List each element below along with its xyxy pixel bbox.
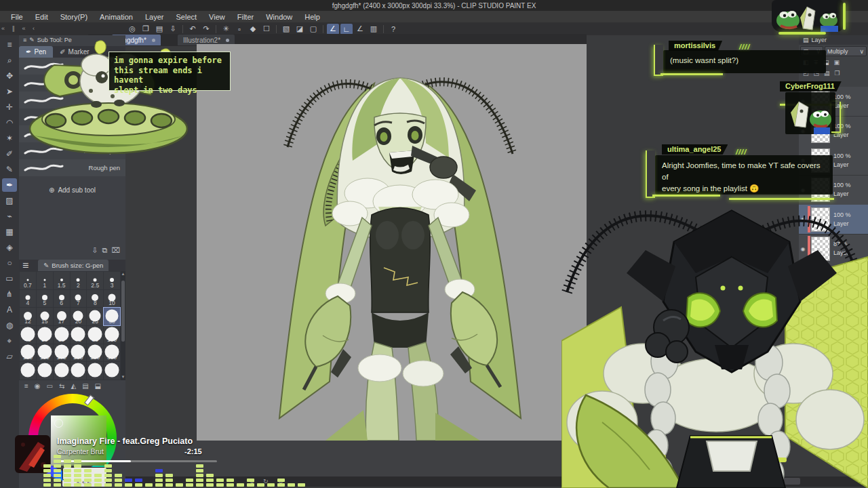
brush-size-cell[interactable]: 2 (71, 272, 87, 289)
brush-size-cell[interactable]: 0.7 (20, 272, 36, 289)
menu-item-file[interactable]: File (5, 12, 28, 22)
balloon-tool-icon[interactable]: ◍ (2, 319, 17, 332)
sv-selector[interactable] (54, 419, 63, 428)
brush-size-cell[interactable]: 80 (87, 326, 103, 344)
scroll-down-icon[interactable]: ▼ (121, 374, 125, 380)
fill-icon[interactable]: ◆ (247, 24, 259, 35)
menu-item-edit[interactable]: Edit (30, 12, 54, 22)
operation-tool-icon[interactable]: ➤ (2, 85, 17, 98)
redo-icon[interactable]: ↷ (200, 24, 212, 35)
auto-select-icon[interactable]: ✶ (2, 131, 17, 145)
gradient-tool-icon[interactable]: ▨ (2, 194, 17, 207)
eyedropper-icon[interactable]: ✐ (2, 147, 17, 161)
hue-selector[interactable] (84, 394, 94, 405)
delete-subtool-icon[interactable]: ⌧ (111, 246, 120, 257)
tone-icon[interactable]: ▢ (307, 24, 319, 35)
lock-alpha-icon[interactable]: ▣ (834, 59, 840, 66)
help-icon[interactable]: ? (387, 24, 399, 35)
brush-size-cell[interactable]: 120 (20, 344, 36, 362)
brush-size-cell[interactable]: 300 (104, 344, 120, 362)
brush-size-cell[interactable]: 60 (54, 326, 70, 344)
menu-item-view[interactable]: View (203, 12, 231, 22)
select-area-icon[interactable]: ▧ (280, 24, 292, 35)
move-layer-icon[interactable]: ✛ (2, 100, 17, 114)
brush-size-cell[interactable]: 170 (54, 344, 70, 362)
brush-size-cell[interactable]: 100 (104, 326, 120, 344)
snap-curve-icon[interactable]: ∟ (340, 24, 353, 35)
brush-size-cell[interactable]: 8 (87, 290, 103, 308)
panel-menu-icon[interactable]: ≡ (22, 260, 28, 272)
tab-modified-dot-icon[interactable] (226, 39, 229, 42)
undo-icon[interactable]: ↶ (186, 24, 199, 35)
brush-size-cell[interactable]: 15 (37, 308, 53, 325)
brush-size-cell[interactable]: 40 (20, 326, 36, 344)
brush-grid-scrollbar[interactable]: ▲ ▼ (121, 271, 125, 380)
brush-size-cell[interactable]: 70 (71, 326, 87, 344)
deselect-icon[interactable]: ▫ (233, 24, 245, 35)
brush-size-cell[interactable]: 25 (87, 308, 103, 325)
layer-panel-tab[interactable]: ▤ Layer (799, 35, 868, 45)
brush-size-cell[interactable]: 4 (20, 290, 36, 308)
snap-grid-icon[interactable]: ∠ (354, 24, 366, 35)
import-subtool-icon[interactable]: ⇩ (92, 246, 98, 257)
brush-size-cell[interactable]: 17 (54, 308, 70, 325)
scroll-up-icon[interactable]: ▲ (121, 271, 125, 277)
zoom-tool-icon[interactable]: ⌕ (2, 54, 17, 67)
duplicate-subtool-icon[interactable]: ⧉ (102, 246, 107, 257)
pen-tool-icon[interactable]: ✒ (2, 178, 17, 192)
save-icon[interactable]: ⇩ (167, 24, 179, 35)
blend-mode-dropdown[interactable]: Multiply∨ (825, 46, 867, 56)
frame-tool-icon[interactable]: ▭ (2, 272, 17, 285)
brush-size-cell[interactable]: 200 (71, 344, 87, 362)
eraser-tool-icon[interactable]: ◈ (2, 241, 17, 254)
brush-size-cell[interactable] (104, 362, 120, 380)
lasso-select-icon[interactable]: ◠ (2, 116, 17, 129)
airbrush-tool-icon[interactable]: ⌁ (2, 209, 17, 223)
brush-size-cell[interactable]: 20 (71, 308, 87, 325)
menu-item-storyp[interactable]: Story(P) (55, 12, 93, 22)
prop-box-icon[interactable]: ▭ (47, 382, 53, 390)
brush-size-cell[interactable]: 1 (37, 272, 53, 289)
speedline-tool-icon[interactable]: ⋔ (2, 287, 17, 301)
correct-tool-icon[interactable]: ⌖ (2, 334, 17, 348)
brush-size-cell[interactable]: 7 (71, 290, 87, 308)
canvas[interactable] (197, 44, 587, 441)
brush-size-cell[interactable]: 2.5 (87, 272, 103, 289)
menu-item-layer[interactable]: Layer (140, 12, 170, 22)
pencil-tool-icon[interactable]: ✎ (2, 163, 17, 176)
menu-item-help[interactable]: Help (299, 12, 326, 22)
menu-item-select[interactable]: Select (171, 12, 203, 22)
brush-size-cell[interactable]: 5 (37, 290, 53, 308)
add-subtool-button[interactable]: ⊕ Add sub tool (19, 184, 125, 196)
brush-size-cell[interactable]: 30 (104, 308, 120, 325)
brush-size-cell[interactable]: 1.5 (54, 272, 70, 289)
new-layer-icon[interactable]: ❐ (835, 70, 840, 77)
prop-swap-icon[interactable]: ⇆ (59, 382, 64, 390)
processing-icon[interactable]: ✳ (220, 24, 232, 35)
open-file-icon[interactable]: ▤ (153, 24, 165, 35)
brush-size-tab[interactable]: ✎ Brush size: G-pen (38, 260, 108, 271)
prop-half-icon[interactable]: ⬓ (95, 382, 101, 390)
brush-size-cell[interactable]: 150 (37, 344, 53, 362)
csp-logo-icon[interactable]: ◎ (126, 24, 138, 35)
brush-size-cell[interactable]: 6 (54, 290, 70, 308)
brush-size-cell[interactable] (71, 362, 87, 380)
brush-size-cell[interactable] (54, 362, 70, 380)
snap-ruler-icon[interactable]: ∠ (327, 24, 339, 35)
figure-tool-icon[interactable]: ○ (2, 256, 17, 270)
brush-size-cell[interactable] (20, 362, 36, 380)
brush-size-cell[interactable]: 50 (37, 326, 53, 344)
text-tool-icon[interactable]: A (2, 303, 17, 317)
grid-tool-icon[interactable]: ▦ (2, 225, 17, 239)
brush-size-cell[interactable]: 10 (104, 290, 120, 308)
material-icon[interactable]: ▥ (368, 24, 380, 35)
menu-item-animation[interactable]: Animation (94, 12, 138, 22)
scrollbar-thumb[interactable] (121, 281, 125, 342)
border-frame-icon[interactable]: ☐ (260, 24, 273, 35)
menu-item-filter[interactable]: Filter (232, 12, 259, 22)
brush-size-cell[interactable] (37, 362, 53, 380)
brush-size-cell[interactable]: 12 (20, 308, 36, 325)
menu-item-window[interactable]: Window (260, 12, 298, 22)
toolbar-overflow-arrows[interactable]: « ∥ « ‹ (1, 25, 37, 32)
prop-record-icon[interactable]: ◉ (35, 382, 41, 390)
